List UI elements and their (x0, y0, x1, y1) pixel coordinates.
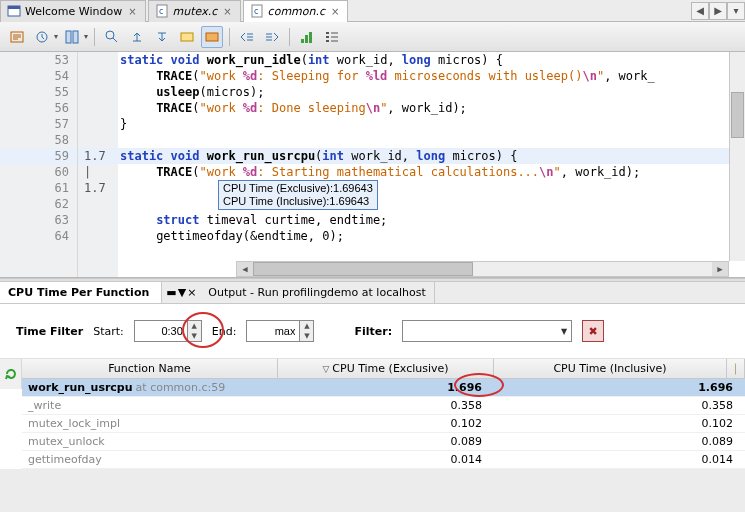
tab-common[interactable]: c common.c × (243, 0, 349, 22)
filter-select[interactable]: ▼ (402, 320, 572, 342)
tab-list-button[interactable]: ▾ (727, 2, 745, 20)
separator (229, 28, 230, 46)
minimize-icon[interactable]: ▬ (166, 286, 176, 299)
history-button[interactable] (31, 26, 53, 48)
vertical-scrollbar[interactable] (729, 52, 745, 261)
close-icon[interactable]: × (126, 6, 138, 17)
close-icon[interactable]: × (329, 6, 341, 17)
function-table: Function Name ▽CPU Time (Exclusive) CPU … (22, 359, 745, 469)
tab-label: common.c (268, 5, 325, 18)
close-icon[interactable]: × (187, 286, 196, 299)
end-label: End: (212, 325, 237, 338)
end-input[interactable]: ▲▼ (246, 320, 314, 342)
list-view-button[interactable] (321, 26, 343, 48)
spin-up-icon[interactable]: ▲ (188, 321, 201, 331)
filter-label: Filter: (354, 325, 392, 338)
metrics-button[interactable] (296, 26, 318, 48)
table-row[interactable]: mutex_unlock 0.089 0.089 (22, 433, 745, 451)
svg-rect-9 (73, 31, 78, 43)
tab-mutex[interactable]: c mutex.c × (148, 0, 241, 22)
column-config-button[interactable] (727, 359, 745, 378)
refresh-button[interactable] (0, 359, 22, 389)
sort-desc-icon: ▽ (322, 364, 329, 374)
window-icon (7, 4, 21, 18)
panel-tab-output[interactable]: Output - Run profilingdemo at localhost (200, 282, 434, 303)
dropdown-caret-icon[interactable]: ▾ (84, 32, 88, 41)
tab-welcome[interactable]: Welcome Window × (0, 0, 146, 22)
panel-tab-label: Output - Run profilingdemo at localhost (208, 286, 425, 299)
col-cpu-inclusive[interactable]: CPU Time (Inclusive) (494, 359, 727, 378)
svg-rect-8 (66, 31, 71, 43)
find-button[interactable] (101, 26, 123, 48)
tab-next-button[interactable]: ▶ (709, 2, 727, 20)
panel-tab-label: CPU Time Per Function (8, 286, 149, 299)
panel-tab-cpu[interactable]: CPU Time Per Function (0, 282, 162, 303)
source-button[interactable] (6, 26, 28, 48)
c-file-icon: c (155, 4, 169, 18)
spin-up-icon[interactable]: ▲ (300, 321, 313, 331)
time-filter-label: Time Filter (16, 325, 83, 338)
code-editor[interactable]: static void work_run_idle(int work_id, l… (118, 52, 745, 277)
prev-bookmark-button[interactable] (126, 26, 148, 48)
clear-filter-button[interactable]: ✖ (582, 320, 604, 342)
dropdown-caret-icon[interactable]: ▾ (54, 32, 58, 41)
svg-point-10 (106, 31, 114, 39)
horizontal-scrollbar[interactable]: ◀▶ (236, 261, 729, 277)
tab-label: mutex.c (173, 5, 218, 18)
col-cpu-exclusive[interactable]: ▽CPU Time (Exclusive) (278, 359, 494, 378)
toggle-highlight-button[interactable] (176, 26, 198, 48)
metric-tooltip: CPU Time (Exclusive):1.69643 CPU Time (I… (218, 180, 378, 210)
svg-rect-1 (8, 6, 20, 9)
shift-left-button[interactable] (236, 26, 258, 48)
close-icon[interactable]: × (221, 6, 233, 17)
col-function-name[interactable]: Function Name (22, 359, 278, 378)
start-input[interactable]: ▲▼ (134, 320, 202, 342)
separator (289, 28, 290, 46)
shift-right-button[interactable] (261, 26, 283, 48)
spin-down-icon[interactable]: ▼ (188, 331, 201, 341)
dropdown-icon[interactable]: ▼ (178, 286, 186, 299)
start-label: Start: (93, 325, 124, 338)
svg-rect-12 (206, 33, 218, 41)
svg-text:c: c (159, 7, 163, 16)
table-row[interactable]: mutex_lock_impl 0.102 0.102 (22, 415, 745, 433)
separator (94, 28, 95, 46)
table-row[interactable]: gettimeofday 0.014 0.014 (22, 451, 745, 469)
svg-rect-15 (309, 32, 312, 43)
next-bookmark-button[interactable] (151, 26, 173, 48)
metric-gutter: 1.7 | 1.7 (78, 52, 118, 277)
line-number-gutter: 53 54 55 56 57 58 59 60 61 62 63 64 (0, 52, 78, 277)
svg-rect-14 (305, 35, 308, 43)
c-file-icon: c (250, 4, 264, 18)
svg-rect-13 (301, 39, 304, 43)
toggle-marks-button[interactable] (201, 26, 223, 48)
tab-prev-button[interactable]: ◀ (691, 2, 709, 20)
table-row[interactable]: work_run_usrcpuat common.c:59 1.696 1.69… (22, 379, 745, 397)
table-row[interactable]: _write 0.358 0.358 (22, 397, 745, 415)
diff-button[interactable] (61, 26, 83, 48)
chevron-down-icon: ▼ (561, 327, 567, 336)
svg-text:c: c (254, 7, 258, 16)
svg-rect-11 (181, 33, 193, 41)
tab-label: Welcome Window (25, 5, 122, 18)
spin-down-icon[interactable]: ▼ (300, 331, 313, 341)
